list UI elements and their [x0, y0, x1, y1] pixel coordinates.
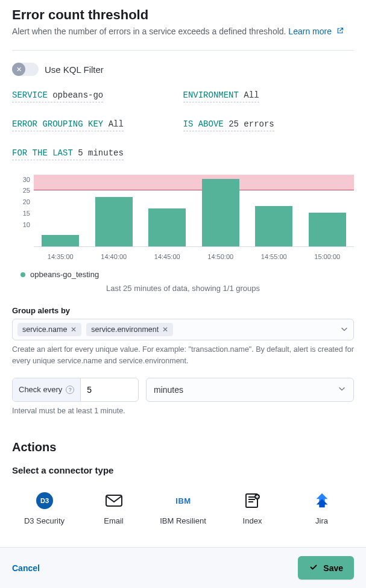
connector-email[interactable]: Email [81, 490, 146, 525]
connector-ibm-resilient[interactable]: IBM IBM Resilient [151, 490, 215, 525]
connector-d3-security[interactable]: D3 D3 Security [12, 490, 77, 525]
x-tick-label: 14:35:00 [34, 253, 87, 260]
check-every-label: Check every ? [13, 378, 81, 401]
x-tick-label: 14:50:00 [194, 253, 248, 260]
group-alerts-label: Group alerts by [12, 306, 354, 315]
kql-filter-toggle[interactable]: ✕ [12, 63, 39, 76]
y-tick-label: 10 [23, 221, 30, 228]
save-button[interactable]: Save [298, 556, 354, 568]
param-is-above[interactable]: IS ABOVE 25 errors [183, 119, 274, 131]
cancel-button[interactable]: Cancel [12, 563, 40, 568]
param-error-grouping-key[interactable]: ERROR GROUPING KEY All [12, 119, 124, 131]
connector-label: D3 Security [12, 516, 77, 525]
ibm-resilient-icon: IBM [151, 490, 215, 511]
remove-tag-icon[interactable]: ✕ [71, 325, 77, 334]
connector-label: Index [220, 516, 285, 525]
x-tick-label: 15:00:00 [301, 253, 355, 260]
remove-tag-icon[interactable]: ✕ [162, 325, 168, 334]
x-tick-label: 14:55:00 [247, 253, 301, 260]
chart-bar [202, 179, 239, 246]
svg-text:D3: D3 [40, 497, 48, 504]
chart-bar [255, 206, 292, 246]
chart-bar [42, 235, 79, 246]
index-icon [220, 490, 285, 511]
legend-series-label: opbeans-go_testing [30, 270, 99, 279]
check-every-unit-select[interactable]: minutes [146, 378, 354, 402]
chart-summary: Last 25 minutes of data, showing 1/1 gro… [12, 284, 354, 293]
svg-text:IBM: IBM [175, 496, 191, 505]
check-every-input[interactable] [81, 378, 129, 401]
x-tick-label: 14:45:00 [140, 253, 194, 260]
check-icon [309, 562, 318, 568]
email-icon [81, 490, 146, 511]
toggle-off-icon: ✕ [12, 63, 25, 76]
connector-type-heading: Select a connector type [12, 465, 354, 475]
page-title: Error count threshold [12, 7, 354, 23]
param-service[interactable]: SERVICE opbeans-go [12, 90, 103, 102]
d3-security-icon: D3 [12, 490, 77, 511]
footer-bar: Cancel Save [0, 547, 366, 568]
y-tick-label: 25 [23, 187, 30, 194]
svg-rect-2 [106, 495, 122, 506]
chart-bar [148, 208, 186, 246]
tag-service-name[interactable]: service.name ✕ [17, 323, 81, 336]
y-tick-label: 15 [23, 210, 30, 217]
y-tick-label: 20 [23, 198, 30, 205]
check-every-help: Interval must be at least 1 minute. [12, 405, 354, 417]
connector-jira[interactable]: Jira [289, 490, 354, 525]
group-alerts-help: Create an alert for every unique value. … [12, 344, 354, 367]
connector-label: Jira [289, 516, 354, 525]
connector-index[interactable]: Index [220, 490, 285, 525]
legend-dot-icon [21, 272, 25, 277]
chart-bar [309, 213, 346, 246]
y-tick-label: 30 [23, 176, 30, 183]
param-environment[interactable]: ENVIRONMENT All [183, 90, 259, 102]
actions-heading: Actions [12, 440, 354, 454]
chevron-down-icon [338, 384, 346, 395]
info-icon[interactable]: ? [66, 386, 74, 394]
connector-label: Email [81, 516, 146, 525]
jira-icon [289, 490, 354, 511]
tag-service-environment[interactable]: service.environment ✕ [86, 323, 173, 336]
learn-more-link[interactable]: Learn more [288, 27, 343, 36]
param-for-last[interactable]: FOR THE LAST 5 minutes [12, 148, 124, 160]
divider [12, 50, 354, 51]
connector-label: IBM Resilient [151, 516, 215, 525]
external-link-icon [336, 25, 344, 38]
kql-filter-label: Use KQL Filter [45, 64, 104, 75]
chevron-down-icon[interactable] [340, 325, 349, 335]
group-alerts-input[interactable]: service.name ✕ service.environment ✕ [12, 319, 354, 340]
x-tick-label: 14:40:00 [87, 253, 141, 260]
chart: 1015202530 14:35:0014:40:0014:45:0014:50… [12, 175, 354, 293]
chart-bar [95, 197, 133, 246]
description-text: Alert when the number of errors in a ser… [12, 27, 286, 36]
page-description: Alert when the number of errors in a ser… [12, 25, 354, 38]
